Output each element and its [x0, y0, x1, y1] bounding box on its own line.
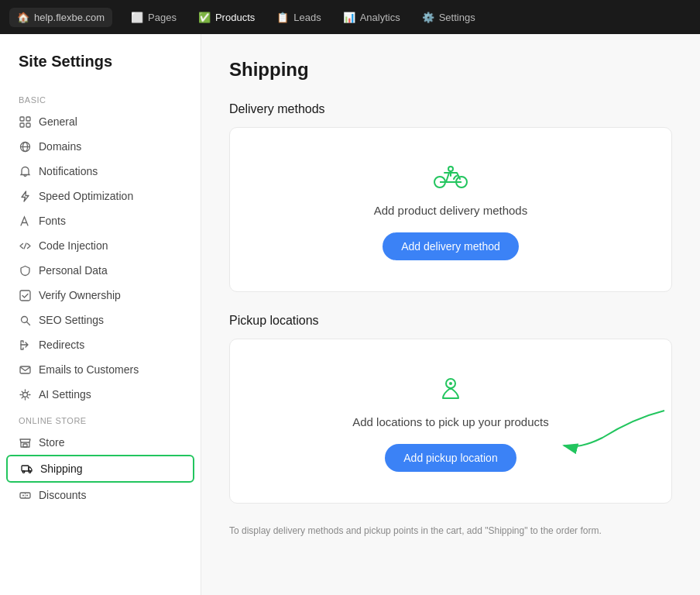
- settings-icon: ⚙️: [422, 12, 434, 23]
- svg-rect-3: [26, 123, 30, 127]
- store-icon: [19, 436, 31, 449]
- globe-icon: [19, 140, 31, 153]
- sidebar-item-code-injection[interactable]: Code Injection: [0, 233, 201, 258]
- delivery-card-text: Add product delivery methods: [374, 204, 527, 217]
- svg-point-16: [22, 494, 24, 496]
- svg-rect-11: [23, 444, 27, 447]
- sidebar-item-discounts[interactable]: Discounts: [0, 483, 201, 507]
- nav-products[interactable]: ✅ Products: [189, 8, 264, 27]
- add-delivery-method-button[interactable]: Add delivery method: [383, 232, 519, 260]
- products-icon: ✅: [198, 12, 211, 23]
- redirect-icon: [19, 339, 31, 351]
- sidebar-section-online-store: Online Store: [0, 407, 201, 430]
- page-title: Shipping: [229, 59, 672, 81]
- brand-logo[interactable]: 🏠 help.flexbe.com: [9, 8, 112, 27]
- svg-rect-0: [20, 117, 24, 121]
- delivery-methods-card: Add product delivery methods Add deliver…: [229, 127, 672, 292]
- svg-rect-1: [26, 117, 30, 121]
- brand-label: help.flexbe.com: [34, 12, 105, 23]
- fonts-icon: [19, 215, 31, 227]
- code-icon: [19, 239, 31, 252]
- svg-rect-12: [22, 466, 29, 471]
- add-pickup-location-button[interactable]: Add pickup location: [385, 444, 516, 472]
- svg-point-14: [29, 470, 31, 473]
- pickup-section-title: Pickup locations: [229, 314, 672, 328]
- sidebar-item-emails-to-customers[interactable]: Emails to Customers: [0, 357, 201, 382]
- sidebar-item-store[interactable]: Store: [0, 430, 201, 455]
- svg-point-13: [22, 470, 25, 473]
- nav-settings[interactable]: ⚙️ Settings: [413, 8, 485, 27]
- svg-rect-7: [20, 291, 30, 301]
- seo-icon: [19, 314, 31, 326]
- lightning-icon: [19, 190, 31, 202]
- sidebar-item-speed-optimization[interactable]: Speed Optimization: [0, 184, 201, 208]
- analytics-icon: 📊: [343, 12, 355, 23]
- sidebar: Site Settings Basic General Domains Noti…: [0, 34, 201, 595]
- svg-rect-2: [20, 123, 24, 127]
- sidebar-item-fonts[interactable]: Fonts: [0, 208, 201, 233]
- sidebar-section-basic: Basic: [0, 86, 201, 109]
- delivery-methods-section: Delivery methods Add product: [229, 102, 672, 292]
- svg-point-8: [21, 316, 27, 322]
- sidebar-item-verify-ownership[interactable]: Verify Ownership: [0, 283, 201, 308]
- delivery-section-title: Delivery methods: [229, 102, 672, 116]
- shield-icon: [19, 264, 31, 277]
- pickup-locations-section: Pickup locations Add locations to pick u…: [229, 314, 672, 504]
- pages-icon: ⬜: [131, 12, 143, 23]
- ai-icon: [19, 388, 31, 401]
- sidebar-item-notifications[interactable]: Notifications: [0, 159, 201, 184]
- sidebar-item-general[interactable]: General: [0, 109, 201, 134]
- main-content: Shipping Delivery methods: [201, 34, 700, 595]
- bell-icon: [19, 165, 31, 177]
- sidebar-item-shipping[interactable]: Shipping: [6, 455, 194, 483]
- app-layout: Site Settings Basic General Domains Noti…: [0, 34, 700, 595]
- nav-leads[interactable]: 📋 Leads: [267, 8, 330, 27]
- pickup-icon: [435, 370, 466, 404]
- nav-analytics[interactable]: 📊 Analytics: [334, 8, 410, 27]
- sidebar-item-redirects[interactable]: Redirects: [0, 332, 201, 357]
- sidebar-item-personal-data[interactable]: Personal Data: [0, 258, 201, 283]
- sidebar-item-domains[interactable]: Domains: [0, 134, 201, 159]
- shipping-icon: [20, 463, 33, 475]
- discount-icon: [19, 489, 31, 501]
- grid-icon: [19, 115, 31, 128]
- svg-point-23: [449, 382, 452, 385]
- delivery-icon: [431, 159, 471, 193]
- home-icon: 🏠: [17, 12, 29, 23]
- pickup-card-text: Add locations to pick up your products: [352, 415, 548, 428]
- sidebar-item-seo-settings[interactable]: SEO Settings: [0, 308, 201, 332]
- sidebar-title: Site Settings: [0, 53, 201, 86]
- leads-icon: 📋: [276, 12, 289, 23]
- svg-point-17: [26, 494, 28, 496]
- nav-pages[interactable]: ⬜ Pages: [122, 8, 186, 27]
- check-square-icon: [19, 289, 31, 301]
- footer-note: To display delivery methods and pickup p…: [229, 525, 672, 536]
- sidebar-item-ai-settings[interactable]: AI Settings: [0, 382, 201, 407]
- top-nav: 🏠 help.flexbe.com ⬜ Pages ✅ Products 📋 L…: [0, 0, 700, 34]
- email-icon: [19, 363, 31, 376]
- svg-point-10: [22, 392, 27, 397]
- pickup-locations-card: Add locations to pick up your products A…: [229, 339, 672, 504]
